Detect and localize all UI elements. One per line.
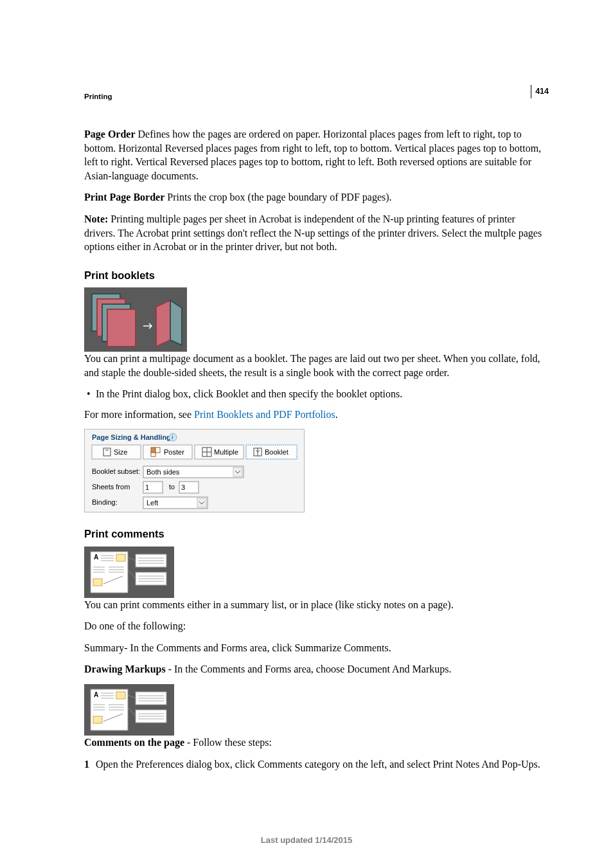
svg-rect-4 [107, 309, 136, 347]
page-order-para: Page Order Defines how the pages are ord… [84, 127, 549, 183]
page-order-body: Defines how the pages are ordered on pap… [84, 129, 541, 181]
svg-text:Both sides: Both sides [147, 468, 180, 476]
booklets-bullet-item: In the Print dialog box, click Booklet a… [98, 387, 549, 401]
svg-text:A: A [94, 554, 98, 561]
running-header: Printing [84, 92, 112, 102]
note-label: Note: [84, 213, 108, 224]
svg-text:1: 1 [145, 484, 149, 491]
booklets-bullet-list: In the Print dialog box, click Booklet a… [84, 387, 549, 401]
comments-onpage-label: Comments on the page [84, 737, 184, 748]
svg-text:Size: Size [114, 448, 127, 456]
note-body: Printing multiple pages per sheet in Acr… [84, 213, 542, 252]
comments-onpage-para: Comments on the page - Follow these step… [84, 736, 549, 750]
comments-illustration-2: A [84, 684, 549, 736]
info-icon[interactable]: i [172, 434, 173, 440]
tab-multiple[interactable]: Multiple [195, 445, 244, 459]
comments-summary-para: Summary- In the Comments and Forms area,… [84, 641, 549, 655]
comments-onpage-steps: Open the Preferences dialog box, click C… [84, 757, 549, 772]
page-footer: Last updated 1/14/2015 [0, 835, 613, 846]
binding-dropdown[interactable]: Left [143, 497, 208, 509]
dialog-title: Page Sizing & Handling [92, 433, 171, 441]
tab-size[interactable]: Size [92, 445, 141, 459]
svg-marker-6 [156, 300, 170, 347]
svg-rect-16 [155, 448, 160, 453]
svg-rect-51 [93, 579, 102, 586]
svg-text:3: 3 [181, 484, 185, 491]
page-number: 414 [531, 85, 549, 98]
booklet-subset-label: Booklet subset: [92, 467, 140, 475]
booklet-illustration [84, 287, 549, 352]
print-page-border-label: Print Page Border [84, 192, 164, 203]
print-page-border-body: Prints the crop box (the page boundary o… [164, 192, 391, 203]
page-order-label: Page Order [84, 129, 136, 140]
sheets-from-input[interactable]: 1 [143, 482, 163, 493]
comments-intro-para: You can print comments either in a summa… [84, 598, 549, 612]
booklets-intro-para: You can print a multipage document as a … [84, 352, 549, 379]
print-comments-heading: Print comments [84, 527, 549, 541]
svg-rect-30 [233, 467, 242, 476]
page-sizing-dialog-figure: Page Sizing & Handling i Size Poster [84, 429, 549, 512]
comments-step-1: Open the Preferences dialog box, click C… [98, 757, 549, 772]
print-booklets-heading: Print booklets [84, 268, 549, 282]
drawing-markups-body: - In the Comments and Forms area, choose… [166, 664, 452, 674]
note-para: Note: Printing multiple pages per sheet … [84, 212, 549, 254]
tab-booklet[interactable]: Booklet [246, 445, 297, 459]
svg-text:Multiple: Multiple [214, 448, 238, 456]
booklets-portfolios-link[interactable]: Print Booklets and PDF Portfolios [194, 409, 335, 420]
comments-do-one-para: Do one of the following: [84, 619, 549, 633]
comments-drawing-para: Drawing Markups - In the Comments and Fo… [84, 662, 549, 676]
svg-text:A: A [94, 691, 98, 698]
svg-rect-15 [151, 448, 155, 453]
svg-rect-69 [116, 692, 125, 699]
booklet-subset-dropdown[interactable]: Both sides [143, 466, 244, 478]
svg-text:Booklet: Booklet [265, 448, 289, 456]
tab-poster[interactable]: Poster [143, 445, 192, 459]
sheets-to-label: to [169, 483, 175, 491]
svg-marker-7 [170, 300, 182, 345]
svg-rect-76 [93, 716, 102, 723]
print-page-border-para: Print Page Border Prints the crop box (t… [84, 190, 549, 204]
sheets-to-input[interactable]: 3 [179, 482, 199, 493]
body-content: Page Order Defines how the pages are ord… [84, 127, 549, 771]
comments-illustration-1: A [84, 547, 549, 598]
comments-onpage-body: - Follow these steps: [184, 737, 272, 748]
drawing-markups-label: Drawing Markups [84, 664, 166, 674]
binding-label: Binding: [92, 498, 118, 506]
svg-text:Left: Left [147, 499, 158, 507]
svg-rect-44 [116, 554, 125, 561]
more-info-suffix: . [335, 409, 338, 420]
svg-rect-37 [197, 498, 206, 507]
booklets-more-info-para: For more information, see Print Booklets… [84, 408, 549, 422]
sheets-from-label: Sheets from [92, 483, 130, 491]
more-info-prefix: For more information, see [84, 409, 194, 420]
svg-rect-17 [151, 453, 155, 457]
svg-text:Poster: Poster [164, 448, 184, 456]
